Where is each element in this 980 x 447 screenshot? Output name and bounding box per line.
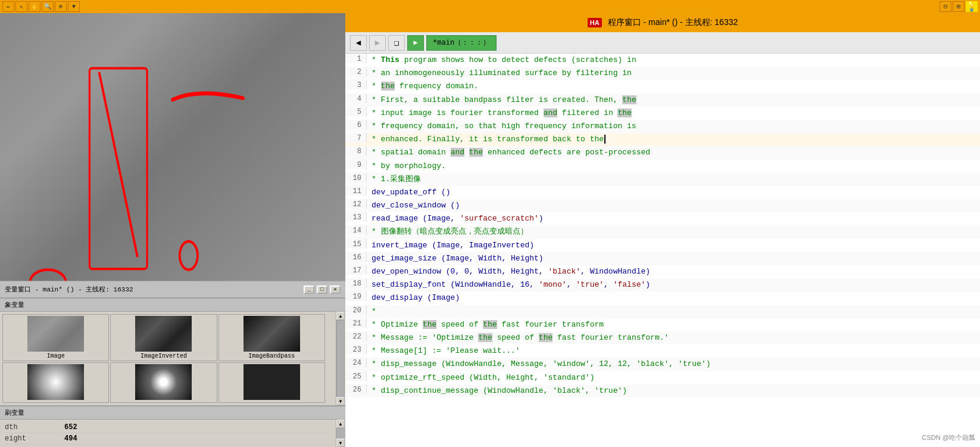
copy-doc-button[interactable]: ❑ [388,35,405,51]
line-content-20: * [367,305,980,318]
toolbar-btn-6[interactable]: ▼ [68,1,80,12]
toolbar-btn-5[interactable]: ⊕ [55,1,67,12]
var-thumb-6 [244,364,300,400]
window-controls: _ □ ✕ [304,285,341,294]
line-num-26: 26 [345,384,367,394]
ctrl-row-height: eight 494 [5,433,331,445]
line-num-8: 8 [345,146,367,156]
minimize-btn[interactable]: _ [304,285,314,294]
line-num-5: 5 [345,107,367,116]
back-button[interactable]: ◀ [350,35,367,51]
line-content-13: read_image (Image, 'surface_scratch') [367,212,980,225]
code-line-22: 22 * Message := 'Optimize the speed of t… [345,331,980,344]
editor-toolbar: ◀ ▶ ❑ ▶ *main（：：：） [345,32,980,54]
line-num-24: 24 [345,358,367,367]
editor-titlebar: HA 程序窗口 - main* () - 主线程: 16332 [345,13,980,32]
top-toolbar: ✏ ↖ ✋ 🔍 ⊕ ▼ ⊟ ⊞ 💡 [0,0,980,13]
main-tab[interactable]: *main（：：：） [426,35,497,51]
var-label-image: Image [47,353,65,359]
scroll-down-btn[interactable]: ▼ [336,397,345,405]
line-content-15: invert_image (Image, ImageInverted) [367,239,980,252]
forward-button[interactable]: ▶ [369,35,386,51]
toolbar-btn-1[interactable]: ✏ [2,1,14,12]
code-line-15: 15 invert_image (Image, ImageInverted) [345,239,980,252]
var-thumb-4 [27,364,84,400]
code-line-6: 6 * frequency domain, so that high frequ… [345,120,980,133]
svg-point-2 [30,270,65,281]
svg-line-0 [99,72,137,257]
code-line-13: 13 read_image (Image, 'surface_scratch') [345,212,980,225]
line-content-12: dev_close_window () [367,199,980,212]
variable-4[interactable] [2,362,109,403]
code-line-10: 10 * 1.采集图像 [345,173,980,186]
variable-imageinverted[interactable]: ImageInverted [110,314,217,361]
line-num-18: 18 [345,278,367,288]
line-content-1: * This program shows how to detect defec… [367,54,980,67]
ha-logo: HA [588,18,602,27]
code-line-21: 21 * Optimize the speed of the fast four… [345,318,980,331]
var-label-bandpass: ImageBandpass [248,353,295,359]
line-content-17: dev_open_window (0, 0, Width, Height, 'b… [367,265,980,278]
line-content-8: * spatial domain and the enhanced defect… [367,146,980,159]
toolbar-btn-2[interactable]: ↖ [15,1,27,12]
toolbar-btn-3[interactable]: ✋ [29,1,40,12]
maximize-btn[interactable]: □ [317,285,327,294]
close-btn[interactable]: ✕ [330,285,341,294]
line-num-17: 17 [345,265,367,275]
left-panel: 变量窗口 - main* () - 主线程: 16332 _ □ ✕ 象变量 I… [0,13,345,447]
line-num-14: 14 [345,225,367,235]
line-content-3: * the frequency domain. [367,80,980,93]
code-line-14: 14 * 图像翻转（暗点变成亮点，亮点变成暗点） [345,225,980,238]
line-num-11: 11 [345,186,367,195]
ctrl-value-width: 652 [64,423,77,432]
line-content-23: * Message[1] := 'Please wait...' [367,344,980,358]
code-line-25: 25 * optimize_rft_speed (Width, Height, … [345,371,980,384]
line-num-7: 7 [345,133,367,142]
ctrl-variables-table: dth 652 eight 494 [0,420,336,447]
code-line-16: 16 get_image_size (Image, Width, Height) [345,252,980,265]
variable-5[interactable] [110,362,217,403]
ctrl-scroll-track[interactable] [336,428,345,439]
watermark: CSDN @吃个葫瓢 [922,433,975,442]
line-content-18: set_display_font (WindowHandle, 16, 'mon… [367,278,980,291]
line-content-4: * First, a suitable bandpass filter is c… [367,94,980,107]
var-thumb-image [27,316,84,352]
line-content-21: * Optimize the speed of the fast fourier… [367,318,980,331]
ctrl-value-height: 494 [64,434,77,443]
variable-6[interactable] [219,362,325,403]
line-num-15: 15 [345,239,367,249]
ctrl-scroll-up[interactable]: ▲ [336,420,345,428]
code-line-18: 18 set_display_font (WindowHandle, 16, '… [345,278,980,291]
toolbar-btn-8[interactable]: ⊞ [953,1,965,12]
image-window-title: 变量窗口 - main* () - 主线程: 16332 [5,285,133,294]
ctrl-scrollbar: ▲ ▼ [336,420,345,447]
toolbar-btn-4[interactable]: 🔍 [42,1,54,12]
line-content-22: * Message := 'Optimize the speed of the … [367,331,980,344]
variable-imagebandpass[interactable]: ImageBandpass [219,314,325,361]
line-content-7: * enhanced. Finally, it is transformed b… [367,133,980,146]
line-content-2: * an inhomogeneously illuminated surface… [367,67,980,80]
var-thumb-bandpass [244,316,300,352]
code-line-2: 2 * an inhomogeneously illuminated surfa… [345,67,980,80]
line-content-14: * 图像翻转（暗点变成亮点，亮点变成暗点） [367,225,980,238]
line-content-5: * input image is fourier transformed and… [367,107,980,120]
scroll-track[interactable] [336,320,345,397]
ctrl-scroll-down[interactable]: ▼ [336,439,345,447]
var-scrollbar: ▲ ▼ [336,312,345,405]
ctrl-name-width: dth [5,423,64,432]
toolbar-btn-9[interactable]: 💡 [966,1,978,12]
editor-title: 程序窗口 - main* () - 主线程: 16332 [608,17,738,28]
toolbar-btn-7[interactable]: ⊟ [940,1,951,12]
variable-image[interactable]: Image [2,314,109,361]
line-num-22: 22 [345,331,367,341]
code-line-7: 7 * enhanced. Finally, it is transformed… [345,133,980,146]
main-tab-label: *main（：：：） [433,38,490,48]
code-line-24: 24 * disp_message (WindowHandle, Message… [345,358,980,371]
code-line-23: 23 * Message[1] := 'Please wait...' [345,344,980,358]
code-line-9: 9 * by morphology. [345,160,980,173]
code-area[interactable]: 1 * This program shows how to detect def… [345,54,980,447]
run-button[interactable]: ▶ [407,35,424,51]
var-thumb-5 [135,364,192,400]
line-num-2: 2 [345,67,367,76]
scroll-up-btn[interactable]: ▲ [336,312,345,320]
